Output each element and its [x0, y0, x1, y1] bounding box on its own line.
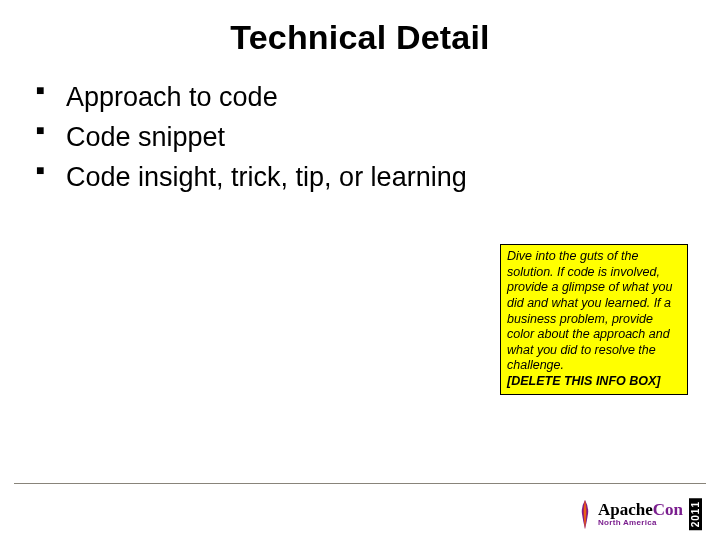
- logo-brand-suffix: Con: [653, 500, 683, 519]
- logo-brand: ApacheCon: [598, 500, 683, 520]
- footer-logo: ApacheCon North America 2011: [578, 498, 702, 530]
- bullet-item: Code insight, trick, tip, or learning: [36, 159, 720, 197]
- info-box-body: Dive into the guts of the solution. If c…: [507, 249, 681, 374]
- bullet-item: Code snippet: [36, 119, 720, 157]
- logo-subtitle: North America: [598, 518, 657, 527]
- info-box-delete-note: [DELETE THIS INFO BOX]: [507, 374, 681, 390]
- year-badge: 2011: [689, 498, 702, 530]
- bullet-item: Approach to code: [36, 79, 720, 117]
- logo-brand-prefix: Apache: [598, 500, 653, 519]
- bullet-list: Approach to code Code snippet Code insig…: [0, 79, 720, 196]
- info-box: Dive into the guts of the solution. If c…: [500, 244, 688, 395]
- slide-title: Technical Detail: [0, 18, 720, 57]
- logo-text: ApacheCon North America: [598, 500, 683, 527]
- slide: Technical Detail Approach to code Code s…: [0, 0, 720, 540]
- footer-divider: [14, 483, 706, 484]
- feather-icon: [578, 499, 592, 529]
